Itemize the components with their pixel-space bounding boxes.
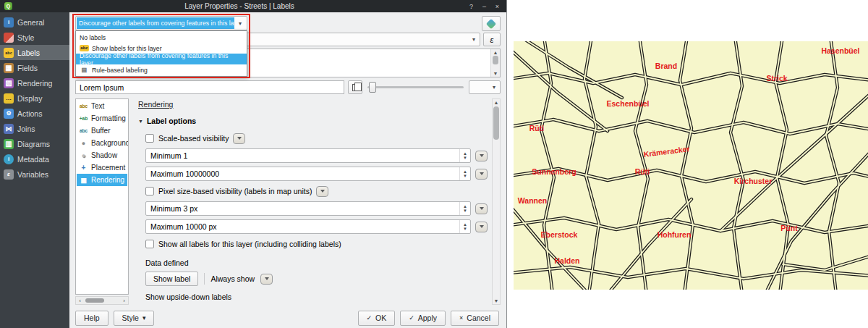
dropdown-option-discourage[interactable]: Discourage other labels from covering fe… <box>76 54 247 64</box>
scroll-up-icon[interactable]: ▲ <box>494 100 499 105</box>
label-options-group-header[interactable]: ▼ Label options <box>138 117 488 125</box>
paintbrush-icon <box>4 33 14 43</box>
settings-item-placement[interactable]: + Placement <box>77 161 127 174</box>
settings-item-buffer[interactable]: abc Buffer <box>77 125 127 137</box>
expression-scrollbar[interactable]: ▲ ▼ <box>490 49 500 77</box>
data-defined-override-button[interactable] <box>260 274 273 285</box>
scroll-down-icon[interactable]: ▼ <box>493 71 498 76</box>
preview-scale-combobox[interactable]: ▾ <box>469 80 501 94</box>
sidebar-item-variables[interactable]: ε Variables <box>0 167 69 182</box>
dropdown-option-no-labels[interactable]: No labels <box>76 32 247 43</box>
scale-visibility-checkbox[interactable] <box>145 134 154 143</box>
scroll-up-icon[interactable]: ▲ <box>493 50 498 55</box>
show-all-labels-checkbox[interactable] <box>145 240 154 248</box>
scroll-right-icon[interactable]: › <box>120 298 128 304</box>
rendering-settings-panel: Rendering ▼ Label options Scale-based vi… <box>134 98 490 305</box>
scroll-track[interactable] <box>493 55 498 71</box>
step-down-icon[interactable]: ▼ <box>463 227 467 231</box>
show-label-button[interactable]: Show label <box>145 272 198 286</box>
step-down-icon[interactable]: ▼ <box>463 209 467 213</box>
sidebar-item-display[interactable]: … Display <box>0 91 69 106</box>
abc-labels-icon: abc <box>4 48 14 58</box>
automated-placement-icon <box>486 18 496 28</box>
settings-list-scrollbar[interactable]: ‹ › <box>75 296 129 305</box>
rendering-icon: ▨ <box>4 78 14 88</box>
scale-visibility-row: Scale-based visibility <box>145 132 488 145</box>
automated-placement-button[interactable] <box>482 16 501 31</box>
ok-button[interactable]: ✓ OK <box>358 311 396 326</box>
scale-visibility-label: Scale-based visibility <box>158 134 229 143</box>
scroll-left-icon[interactable]: ‹ <box>76 298 84 304</box>
sidebar-item-label: Labels <box>17 49 40 57</box>
sidebar-item-diagrams[interactable]: ▥ Diagrams <box>0 136 69 151</box>
sidebar-item-actions[interactable]: ⚙ Actions <box>0 106 69 121</box>
data-defined-override-button[interactable] <box>475 151 488 161</box>
label-mode-combobox[interactable]: Discourage other labels from covering fe… <box>75 16 247 30</box>
sidebar-item-joins[interactable]: ⋈ Joins <box>0 121 69 136</box>
scroll-thumb[interactable] <box>85 298 104 303</box>
buffer-icon: abc <box>78 128 89 133</box>
scale-max-spinbox[interactable]: Maximum 10000000 ▲▼ <box>145 167 471 181</box>
settings-item-background[interactable]: ● Background <box>77 137 127 149</box>
panel-scrollbar[interactable]: ▲ ▼ <box>492 98 501 305</box>
sidebar-item-labels[interactable]: abc Labels <box>0 45 69 60</box>
settings-item-shadow[interactable]: ● Shadow <box>77 149 127 161</box>
pixel-visibility-checkbox[interactable] <box>145 187 154 195</box>
preview-zoom-slider[interactable] <box>366 80 465 94</box>
sidebar-item-rendering[interactable]: ▨ Rendering <box>0 75 69 91</box>
data-defined-override-button[interactable] <box>475 169 488 180</box>
text-icon: abc <box>78 104 89 109</box>
stepper-arrows[interactable]: ▲▼ <box>459 149 470 162</box>
street-label: Kirchuster <box>734 177 773 185</box>
dropdown-option-label: Show labels for this layer <box>92 45 162 52</box>
help-button[interactable]: Help <box>75 311 109 326</box>
scale-min-spinbox[interactable]: Minimum 1 ▲▼ <box>145 148 471 163</box>
expression-builder-button[interactable]: ε <box>483 33 501 46</box>
apply-button[interactable]: ✓ Apply <box>400 311 446 326</box>
scroll-down-icon[interactable]: ▼ <box>494 298 499 303</box>
collapse-arrow-icon: ▼ <box>138 119 143 124</box>
show-all-labels-row: Show all labels for this layer (includin… <box>145 237 488 251</box>
step-down-icon[interactable]: ▼ <box>463 156 467 160</box>
sidebar-item-style[interactable]: Style <box>0 30 69 45</box>
data-defined-override-button[interactable] <box>233 133 245 144</box>
scroll-track[interactable] <box>84 298 120 303</box>
stepper-arrows[interactable]: ▲▼ <box>459 202 470 215</box>
data-defined-override-button[interactable] <box>316 186 328 197</box>
sidebar-item-general[interactable]: i General <box>0 14 69 30</box>
sidebar-item-metadata[interactable]: i Metadata <box>0 151 69 167</box>
stepper-arrows[interactable]: ▲▼ <box>459 220 470 233</box>
step-down-icon[interactable]: ▼ <box>463 174 467 178</box>
background-icon: ● <box>78 140 89 147</box>
copy-button[interactable] <box>348 80 362 94</box>
slider-track <box>367 86 464 88</box>
settings-item-rendering[interactable]: ▦ Rendering <box>77 174 127 186</box>
label-mode-row: Discourage other labels from covering fe… <box>75 16 501 30</box>
map-canvas[interactable]: HasenbüelBrandStrickEschenbüelRütiKrämer… <box>514 41 868 290</box>
sidebar-item-label: Metadata <box>17 155 49 164</box>
street-label: Eschenbüel <box>607 99 650 108</box>
pixel-max-spinbox[interactable]: Maximum 10000 px ▲▼ <box>145 219 471 234</box>
settings-list-column: abc Text +ab Formatting abc Buffer <box>75 98 129 305</box>
scroll-thumb[interactable] <box>493 106 499 140</box>
window-close-button[interactable]: × <box>493 3 502 10</box>
settings-item-text[interactable]: abc Text <box>77 100 127 112</box>
settings-item-formatting[interactable]: +ab Formatting <box>77 112 127 125</box>
cancel-button[interactable]: × Cancel <box>451 311 499 326</box>
check-icon: ✓ <box>409 314 414 321</box>
window-help-button[interactable]: ? <box>467 3 476 10</box>
data-defined-override-button[interactable] <box>475 203 488 214</box>
sidebar-item-label: Actions <box>17 109 42 118</box>
dialog-titlebar[interactable]: Q Layer Properties - Streets | Labels ? … <box>0 0 506 12</box>
scroll-thumb[interactable] <box>493 56 498 64</box>
style-button-label: Style <box>122 314 139 322</box>
slider-handle[interactable] <box>369 82 376 93</box>
window-minimize-button[interactable]: – <box>480 3 489 10</box>
sample-text-input[interactable]: Lorem Ipsum <box>75 80 344 94</box>
scroll-track[interactable] <box>493 105 499 298</box>
sidebar-item-fields[interactable]: ▦ Fields <box>0 60 69 75</box>
pixel-min-spinbox[interactable]: Minimum 3 px ▲▼ <box>145 201 471 216</box>
style-menu-button[interactable]: Style ▾ <box>114 311 155 326</box>
stepper-arrows[interactable]: ▲▼ <box>459 167 470 180</box>
data-defined-override-button[interactable] <box>475 222 488 232</box>
